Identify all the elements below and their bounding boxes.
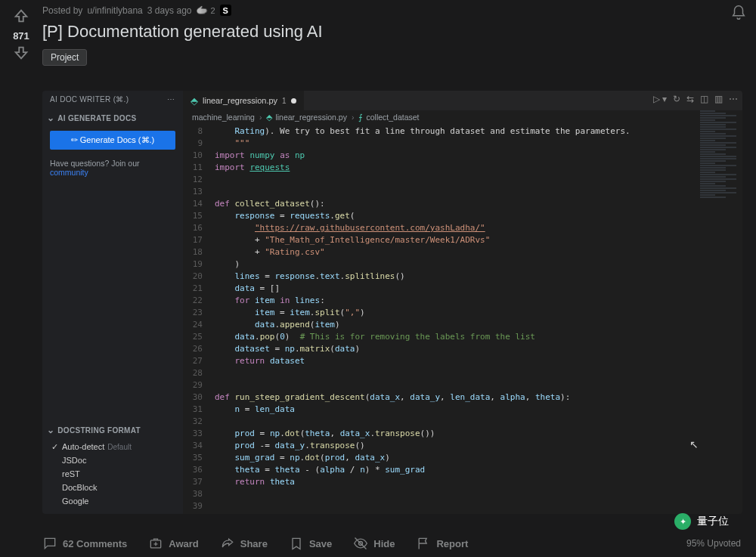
award-button[interactable]: Award — [148, 536, 199, 551]
more-actions-icon[interactable]: ⋯ — [729, 94, 738, 104]
editor-tab[interactable]: ⬘ linear_regression.py 1 — [183, 91, 304, 110]
questions-text: Have questions? Join our community — [42, 154, 183, 186]
award-label: Award — [169, 538, 199, 549]
share-label: Share — [240, 538, 268, 549]
panel-menu-icon[interactable]: ⋯ — [167, 95, 175, 104]
breadcrumb-segment[interactable]: ⬘linear_regression.py — [266, 113, 347, 122]
award-badge[interactable]: 🫱2 — [196, 5, 215, 16]
python-file-icon: ⬘ — [191, 95, 198, 107]
hide-label: Hide — [373, 538, 395, 549]
minimap[interactable] — [697, 110, 742, 292]
downvote-button[interactable] — [13, 45, 29, 64]
format-option-google[interactable]: Google — [48, 494, 177, 508]
report-button[interactable]: Report — [416, 536, 468, 551]
ide-screenshot: AI DOC WRITER (⌘.) ⋯ AI GENERATE DOCS ✏ … — [42, 91, 742, 514]
run-icon[interactable]: ▷ ▾ — [653, 94, 667, 104]
format-option-rest[interactable]: reST — [48, 467, 177, 481]
breadcrumb-segment[interactable]: ⨍collect_dataset — [358, 113, 419, 122]
layout-icon[interactable]: ▥ — [714, 94, 723, 104]
post-title: [P] Documentation generated using AI — [42, 22, 748, 42]
hide-button[interactable]: Hide — [353, 536, 395, 551]
save-button[interactable]: Save — [289, 536, 332, 551]
tab-number: 1 — [282, 97, 287, 105]
watermark-text: 量子位 — [697, 515, 729, 528]
watermark: ✦ 量子位 — [674, 513, 729, 530]
generate-docs-button[interactable]: ✏ Generate Docs (⌘.) — [50, 131, 175, 150]
comments-label: 62 Comments — [63, 538, 127, 549]
save-label: Save — [309, 538, 332, 549]
unsaved-dot-icon — [291, 98, 296, 104]
refresh-icon[interactable]: ↻ — [673, 94, 680, 104]
posted-by-label: Posted by — [42, 5, 82, 16]
mouse-cursor-icon: ↖ — [689, 438, 699, 450]
format-option-docblock[interactable]: DocBlock — [48, 481, 177, 494]
format-option-jsdoc[interactable]: JSDoc — [48, 453, 177, 467]
breadcrumb-segment[interactable]: machine_learning — [192, 113, 255, 122]
section-generate-docs[interactable]: AI GENERATE DOCS — [42, 108, 183, 126]
vote-score: 871 — [13, 30, 29, 42]
comments-button[interactable]: 62 Comments — [42, 536, 127, 551]
author-link[interactable]: u/infinitlybana — [87, 5, 142, 16]
diff-icon[interactable]: ⇆ — [686, 94, 694, 104]
post-flair[interactable]: Project — [42, 49, 87, 66]
split-editor-icon[interactable]: ◫ — [700, 94, 708, 104]
editor-tabbar: ⬘ linear_regression.py 1 ▷ ▾ ↻ ⇆ ◫ ▥ ⋯ — [183, 91, 742, 110]
post-age: 3 days ago — [147, 5, 192, 16]
share-button[interactable]: Share — [220, 536, 268, 551]
upvote-percentage: 95% Upvoted — [686, 538, 741, 549]
format-option-auto-detect[interactable]: Auto-detectDefault — [48, 440, 177, 453]
tab-filename: linear_regression.py — [203, 96, 277, 105]
report-label: Report — [436, 538, 468, 549]
code-area[interactable]: Rating). We try to best fit a line throu… — [209, 124, 742, 514]
section-docstring-format[interactable]: DOCSTRING FORMAT — [42, 420, 183, 438]
line-gutter: 8910111213141516171819202122232425262728… — [183, 124, 209, 514]
s-badge-icon[interactable]: S — [220, 5, 231, 16]
post-metadata: Posted by u/infinitlybana 3 days ago 🫱2 … — [42, 5, 748, 16]
community-link[interactable]: community — [50, 168, 88, 177]
upvote-button[interactable] — [13, 8, 29, 27]
breadcrumb[interactable]: machine_learning›⬘linear_regression.py›⨍… — [183, 110, 742, 124]
wechat-icon: ✦ — [674, 513, 691, 530]
panel-title: AI DOC WRITER (⌘.) — [50, 95, 129, 104]
